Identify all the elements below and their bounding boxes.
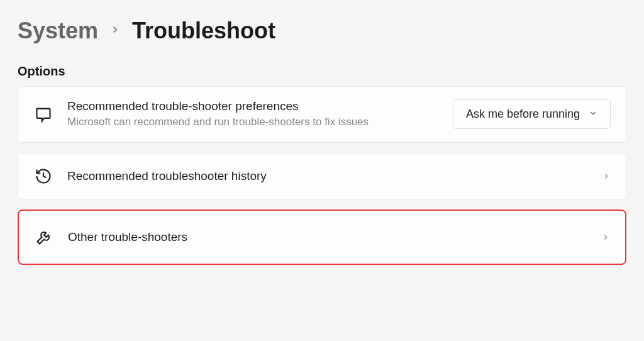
preferences-description: Microsoft can recommend and run trouble-… bbox=[67, 115, 369, 130]
wrench-icon bbox=[34, 227, 54, 247]
preferences-title: Recommended trouble-shooter preferences bbox=[67, 99, 439, 113]
chevron-down-icon bbox=[589, 108, 597, 121]
section-title: Options bbox=[18, 64, 626, 79]
breadcrumb: System Troubleshoot bbox=[18, 18, 626, 44]
preferences-dropdown[interactable]: Ask me before running bbox=[453, 99, 611, 129]
chevron-right-icon bbox=[602, 172, 611, 181]
dropdown-value: Ask me before running bbox=[466, 108, 580, 121]
breadcrumb-parent[interactable]: System bbox=[18, 18, 98, 44]
breadcrumb-current: Troubleshoot bbox=[132, 18, 275, 44]
history-content: Recommended troubleshooter history bbox=[67, 169, 588, 183]
preferences-card: Recommended trouble-shooter preferences … bbox=[18, 86, 626, 143]
other-content: Other trouble-shooters bbox=[68, 230, 587, 244]
speech-bubble-icon bbox=[33, 104, 53, 125]
chevron-right-icon bbox=[601, 233, 610, 242]
preferences-content: Recommended trouble-shooter preferences … bbox=[67, 99, 439, 130]
history-title: Recommended troubleshooter history bbox=[67, 169, 588, 183]
history-icon bbox=[33, 166, 53, 186]
chevron-right-icon bbox=[109, 24, 121, 38]
other-troubleshooters-card[interactable]: Other trouble-shooters bbox=[18, 210, 626, 265]
other-title: Other trouble-shooters bbox=[68, 230, 587, 244]
history-card[interactable]: Recommended troubleshooter history bbox=[18, 153, 626, 199]
